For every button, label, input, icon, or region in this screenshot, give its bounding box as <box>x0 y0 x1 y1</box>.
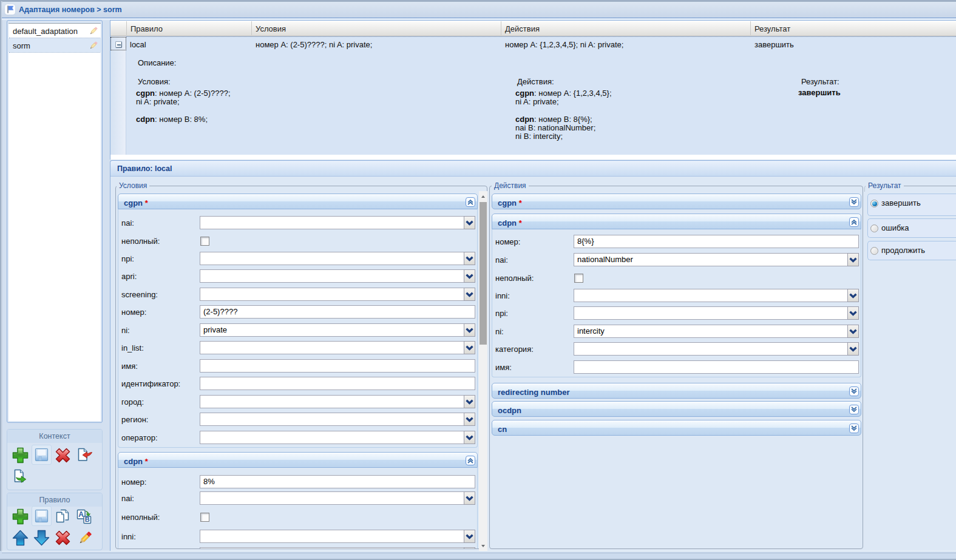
svg-text:B: B <box>85 516 90 523</box>
svg-text:A: A <box>78 510 84 519</box>
